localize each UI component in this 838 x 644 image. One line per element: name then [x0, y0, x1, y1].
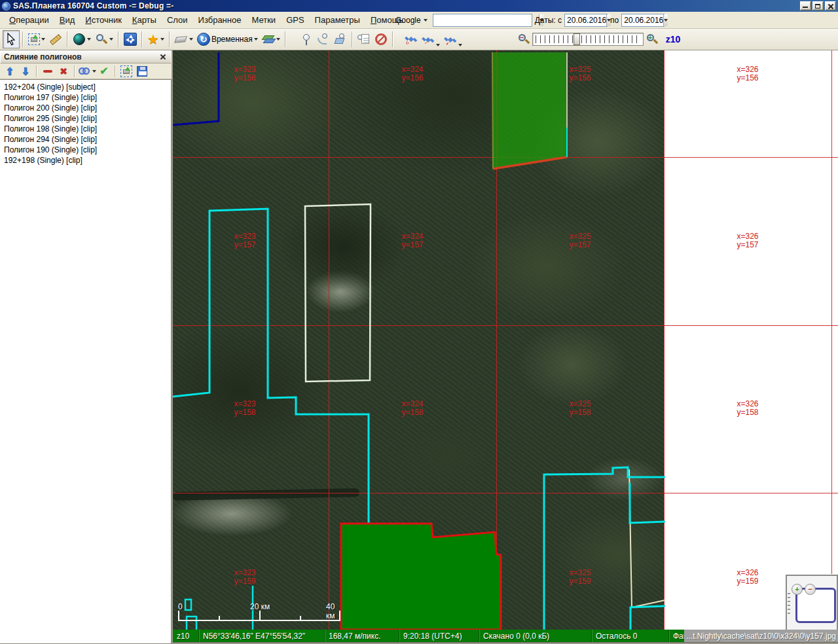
chevron-down-icon	[109, 38, 113, 41]
tile-coordinate-label: x=326y=158	[737, 400, 758, 417]
list-item[interactable]: Полигон 197 (Single) [clip]	[0, 92, 171, 103]
menu-item-4[interactable]: Карты	[127, 13, 162, 27]
placemark-manager-button[interactable]	[355, 30, 373, 48]
gps-track-button[interactable]	[420, 30, 442, 48]
search-tool-button[interactable]	[93, 30, 115, 48]
tile-coordinate-label: x=326y=157	[737, 232, 758, 249]
hide-marks-button[interactable]	[373, 30, 390, 48]
status-zoom: z10	[173, 630, 199, 642]
layers-button[interactable]	[260, 30, 282, 48]
tile-coordinate-label: x=323y=159	[234, 569, 255, 586]
menu-item-5[interactable]: Слои	[162, 13, 193, 27]
minimize-button[interactable]	[800, 1, 811, 10]
chevron-down-icon	[189, 38, 193, 41]
gps-options-button[interactable]	[442, 30, 464, 48]
placemark-icon	[300, 33, 313, 46]
list-item[interactable]: 192+198 (Single) [clip]	[0, 155, 171, 166]
save-result-button[interactable]	[134, 64, 150, 79]
list-item[interactable]: Полигон 294 (Single) [clip]	[0, 134, 171, 145]
tile-coordinate-label: x=326y=159	[737, 569, 758, 586]
favorites-button[interactable]: ★	[145, 30, 166, 48]
eraser-icon	[175, 33, 188, 46]
panel-close-button[interactable]	[158, 52, 168, 62]
zoom-slider-handle[interactable]	[574, 33, 580, 45]
menu-item-2[interactable]: Вид	[54, 13, 81, 27]
cyan-polygon-outline	[173, 209, 369, 526]
cyan-polygon-bottom-right	[544, 467, 665, 630]
tile-coordinate-label: x=325y=156	[569, 65, 591, 82]
chevron-down-icon	[41, 38, 45, 41]
restore-icon	[815, 4, 820, 9]
clear-list-button[interactable]: ✖	[56, 64, 71, 79]
menu-item-8[interactable]: GPS	[281, 13, 309, 27]
menu-item-6[interactable]: Избранное	[193, 13, 247, 27]
selection-tool-button[interactable]	[26, 30, 47, 48]
status-time: 9:20:18 (UTC+4)	[399, 630, 479, 642]
zoom-out-button[interactable]: −	[515, 30, 532, 48]
date-to-dropdown-button[interactable]	[663, 14, 668, 26]
polygon-list: 192+204 (Single) [subject]Полигон 197 (S…	[0, 79, 172, 644]
status-coordinates: N56°33'46,16" E47°55'54,32"	[199, 630, 325, 642]
overview-minimap[interactable]: + −	[786, 575, 838, 631]
zoom-level-label: z10	[666, 34, 681, 45]
map-viewport[interactable]: x=323y=156x=324y=156x=325y=156x=326y=156…	[173, 50, 838, 644]
add-polygon-button[interactable]	[332, 30, 349, 48]
date-from-value[interactable]: 20.06.2016	[565, 16, 606, 25]
chevron-down-icon	[458, 44, 462, 46]
add-placemark-button[interactable]	[298, 30, 315, 48]
tile-coordinate-label: x=323y=157	[234, 232, 255, 249]
save-icon	[137, 66, 147, 77]
search-provider-button[interactable]: Google	[393, 14, 430, 26]
add-path-button[interactable]	[315, 30, 332, 48]
magnifier-plus-icon: +	[646, 33, 659, 46]
minus-icon	[43, 70, 52, 73]
menu-item-9[interactable]: Параметры	[310, 13, 365, 27]
window-titlebar[interactable]: SAS.Планета 160704 Custom -= Debug =-	[0, 0, 838, 12]
move-up-button[interactable]: ⬆	[2, 64, 18, 79]
layer-selector-button[interactable]: ↻ Временная	[195, 30, 260, 48]
satellite-signal-icon	[405, 33, 418, 46]
minimize-icon	[803, 7, 808, 8]
list-item[interactable]: Полигон 200 (Single) [clip]	[0, 103, 171, 113]
map-source-button[interactable]	[71, 30, 93, 48]
list-item[interactable]: Полигон 295 (Single) [clip]	[0, 113, 171, 124]
apply-merge-button[interactable]: ✔	[96, 64, 112, 79]
refresh-globe-icon: ↻	[197, 33, 210, 46]
restore-button[interactable]	[812, 1, 824, 10]
minimap-resize-grip[interactable]	[788, 593, 790, 615]
gps-connect-button[interactable]	[403, 30, 420, 48]
list-item[interactable]: Полигон 198 (Single) [clip]	[0, 124, 171, 134]
globe-icon	[73, 33, 86, 46]
remove-item-button[interactable]	[40, 64, 56, 79]
merge-operation-button[interactable]	[78, 64, 96, 79]
polygon-merge-panel: Слияние полигонов ⬆ ⬇ ✖ ✔ 192+204 (Singl…	[0, 50, 173, 644]
menu-item-1[interactable]: Операции	[4, 13, 54, 27]
minimap-zoom-in-button[interactable]: +	[792, 584, 803, 595]
tile-coordinate-label: x=325y=159	[569, 569, 591, 586]
panel-header[interactable]: Слияние полигонов	[0, 50, 172, 63]
chevron-down-icon	[424, 19, 428, 22]
tile-coordinate-label: x=325y=157	[569, 232, 591, 249]
select-result-button[interactable]	[118, 64, 134, 79]
zoom-slider[interactable]	[532, 33, 644, 46]
scale-end-label: 40 км	[326, 602, 343, 620]
panel-toolbar: ⬆ ⬇ ✖ ✔	[0, 63, 172, 79]
list-item[interactable]: Полигон 190 (Single) [clip]	[0, 145, 171, 155]
fullscreen-button[interactable]	[122, 30, 139, 48]
fill-map-button[interactable]	[173, 30, 195, 48]
menu-item-3[interactable]: Источник	[80, 13, 127, 27]
date-to-value[interactable]: 20.06.2016	[622, 16, 663, 25]
cursor-tool-button[interactable]	[3, 30, 20, 48]
ruler-tool-button[interactable]	[47, 30, 64, 48]
minimap-view-frame[interactable]	[795, 588, 836, 623]
zoom-in-button[interactable]: +	[644, 30, 661, 48]
move-down-button[interactable]: ⬇	[18, 64, 33, 79]
close-button[interactable]	[825, 1, 836, 10]
satellite-icon	[422, 33, 435, 46]
search-input[interactable]	[433, 14, 539, 26]
tile-coordinate-label: x=323y=158	[234, 400, 255, 417]
menu-item-7[interactable]: Метки	[246, 13, 281, 27]
list-item[interactable]: 192+204 (Single) [subject]	[0, 82, 171, 92]
minimap-zoom-out-button[interactable]: −	[805, 584, 816, 595]
scale-start-label: 0	[178, 602, 183, 611]
